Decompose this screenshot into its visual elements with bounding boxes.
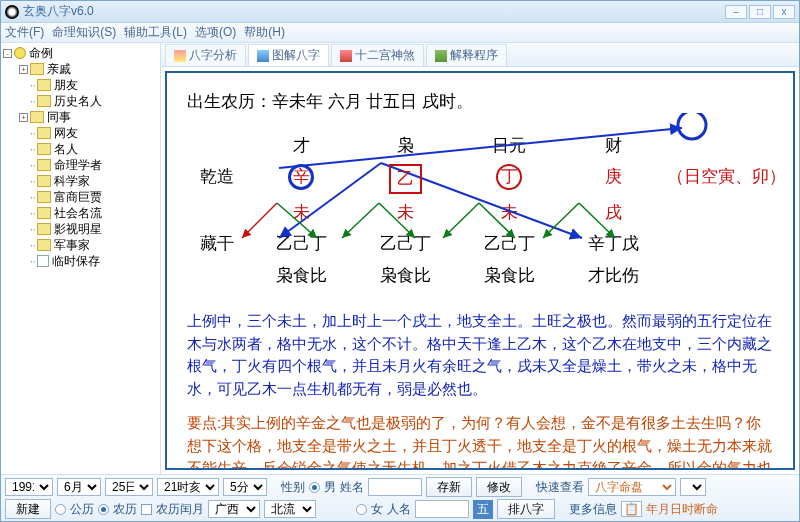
tree-item[interactable]: ··临时保存 — [3, 253, 160, 269]
minute-select[interactable]: 5分 — [223, 478, 267, 496]
expand-icon[interactable]: + — [19, 65, 28, 74]
folder-icon — [37, 223, 51, 235]
name-input[interactable] — [368, 478, 422, 496]
collapse-icon[interactable]: - — [3, 49, 12, 58]
tree-item-label: 亲戚 — [47, 61, 71, 78]
more-text: 年月日时断命 — [646, 501, 718, 518]
folder-icon — [37, 95, 51, 107]
menu-tools[interactable]: 辅助工具(L) — [124, 24, 187, 41]
new-button[interactable]: 新建 — [5, 499, 51, 519]
app-icon — [5, 5, 19, 19]
canggan: 乙己丁 — [355, 231, 455, 257]
day-select[interactable]: 25日 — [105, 478, 153, 496]
canggan: 辛丁戊 — [563, 231, 663, 257]
menu-help[interactable]: 帮助(H) — [244, 24, 285, 41]
page-icon — [37, 255, 49, 267]
tree-item[interactable]: ··军事家 — [3, 237, 160, 253]
menu-options[interactable]: 选项(O) — [195, 24, 236, 41]
extra-select[interactable] — [680, 478, 706, 496]
col-label: 财 — [563, 133, 663, 159]
analysis-paragraph: 上例中，三个未土，加上时上一个戌土，地支全土。土旺之极也。然而最弱的五行定位在木… — [187, 310, 773, 400]
tab-icon — [340, 50, 352, 62]
tree-item[interactable]: ··富商巨贾 — [3, 189, 160, 205]
qianzao-label: 乾造 — [187, 164, 247, 194]
shishen: 枭食比 — [251, 263, 351, 289]
tree-item[interactable]: ··朋友 — [3, 77, 160, 93]
radio-male-label: 男 — [324, 479, 336, 496]
tree-item-label: 名人 — [54, 141, 78, 158]
shishen: 枭食比 — [459, 263, 559, 289]
name-label: 姓名 — [340, 479, 364, 496]
tree-item[interactable]: ··名人 — [3, 141, 160, 157]
province-select[interactable]: 广西 — [208, 500, 260, 518]
canggan: 乙己丁 — [251, 231, 351, 257]
save-new-button[interactable]: 存新 — [426, 477, 472, 497]
branch: 未 — [355, 200, 455, 226]
sex-label: 性别 — [281, 479, 305, 496]
more-label: 更多信息 — [569, 501, 617, 518]
radio-gongli[interactable] — [55, 504, 66, 515]
tree-item-label: 科学家 — [54, 173, 90, 190]
folder-icon — [37, 159, 51, 171]
radio-male[interactable] — [309, 482, 320, 493]
radio-nongli-label: 农历 — [113, 501, 137, 518]
bazi-grid: 才 枭 日元 财 乾造 辛 乙 丁 庚 （日空寅、卯） 未 未 未 戌 — [187, 133, 773, 289]
face-icon — [14, 47, 26, 59]
radio-nongli[interactable] — [98, 504, 109, 515]
close-button[interactable]: x — [773, 5, 795, 19]
folder-icon — [37, 143, 51, 155]
ren-input[interactable] — [415, 500, 469, 518]
tab-icon — [257, 50, 269, 62]
bottom-bar: 1991 6月 25日 21时亥 5分 性别 男 姓名 存新 修改 快速查看 八… — [1, 474, 799, 521]
sidebar: - 命例 +亲戚 ··朋友 ··历史名人 +同事 ··网友 ··名人 ··命理学… — [1, 43, 161, 474]
radio-gongli-label: 公历 — [70, 501, 94, 518]
content: 出生农历：辛未年 六月 廿五日 戌时。 — [165, 71, 795, 470]
quick-select[interactable]: 八字命盘 — [588, 478, 676, 496]
menu-file[interactable]: 文件(F) — [5, 24, 44, 41]
tab-tujie-bazi[interactable]: 图解八字 — [248, 44, 329, 66]
tree-item[interactable]: ··历史名人 — [3, 93, 160, 109]
stem-day: 丁 — [496, 164, 522, 190]
stem-hour: 庚 — [563, 164, 663, 194]
folder-icon — [37, 79, 51, 91]
quick-label: 快速查看 — [536, 479, 584, 496]
folder-icon — [37, 207, 51, 219]
birth-line: 出生农历：辛未年 六月 廿五日 戌时。 — [187, 89, 773, 115]
tree-root[interactable]: - 命例 — [3, 45, 160, 61]
modify-button[interactable]: 修改 — [476, 477, 522, 497]
menu-knowledge[interactable]: 命理知识(S) — [52, 24, 116, 41]
tab-label: 八字分析 — [189, 47, 237, 64]
folder-icon — [30, 63, 44, 75]
minimize-button[interactable]: – — [725, 5, 747, 19]
tree-item-label: 同事 — [47, 109, 71, 126]
year-select[interactable]: 1991 — [5, 478, 53, 496]
check-runmonth[interactable] — [141, 504, 152, 515]
tree-root-label: 命例 — [29, 45, 53, 62]
tab-bazi-analysis[interactable]: 八字分析 — [165, 44, 246, 66]
tree-item[interactable]: ··科学家 — [3, 173, 160, 189]
tree-item[interactable]: ··影视明星 — [3, 221, 160, 237]
tree-item-label: 历史名人 — [54, 93, 102, 110]
tab-shensha[interactable]: 十二宫神煞 — [331, 44, 424, 66]
folder-icon — [37, 175, 51, 187]
tab-icon — [435, 50, 447, 62]
tree-item-label: 朋友 — [54, 77, 78, 94]
hour-select[interactable]: 21时亥 — [157, 478, 219, 496]
expand-icon[interactable]: + — [19, 113, 28, 122]
tree-item-label: 命理学者 — [54, 157, 102, 174]
tree-item[interactable]: +同事 — [3, 109, 160, 125]
tree-item[interactable]: +亲戚 — [3, 61, 160, 77]
check-runmonth-label: 农历闰月 — [156, 501, 204, 518]
tree-item[interactable]: ··命理学者 — [3, 157, 160, 173]
tree-item[interactable]: ··网友 — [3, 125, 160, 141]
maximize-button[interactable]: □ — [749, 5, 771, 19]
radio-female[interactable] — [356, 504, 367, 515]
month-select[interactable]: 6月 — [57, 478, 101, 496]
tab-jieshi[interactable]: 解释程序 — [426, 44, 507, 66]
folder-icon — [37, 191, 51, 203]
stem-year: 辛 — [288, 164, 314, 190]
tab-label: 图解八字 — [272, 47, 320, 64]
city-select[interactable]: 北流 — [264, 500, 316, 518]
tree-item[interactable]: ··社会名流 — [3, 205, 160, 221]
paibazi-button[interactable]: 排八字 — [497, 499, 555, 519]
